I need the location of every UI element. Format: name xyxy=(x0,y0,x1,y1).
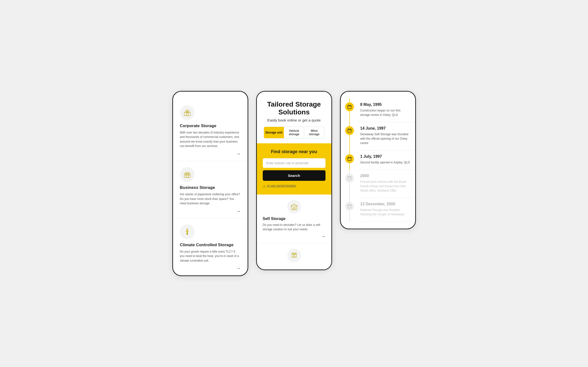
self-storage-card: Self Storage Do you need to declutter? L… xyxy=(257,195,331,243)
svg-rect-2 xyxy=(186,110,188,111)
timeline-dot-4 xyxy=(345,202,354,211)
timeline-left-4 xyxy=(341,198,358,222)
svg-rect-10 xyxy=(188,174,189,175)
timeline-dot-2 xyxy=(345,154,354,163)
svg-rect-6 xyxy=(185,172,189,174)
svg-rect-4 xyxy=(186,113,188,116)
phone-timeline: 8 May, 1995 Construction began on our fi… xyxy=(340,91,416,229)
timeline-right-3: 2000 Formed joint venture with the Bryan… xyxy=(358,170,415,198)
timeline-right-1: 14 June, 1997 Stowaway Self-Storage was … xyxy=(358,122,415,150)
timeline-item-3: 2000 Formed joint venture with the Bryan… xyxy=(341,170,415,198)
phone-storage-types: Corporate Storage With over two decades … xyxy=(172,91,248,276)
wine-storage-card xyxy=(257,243,331,269)
calendar-icon-0 xyxy=(347,105,352,109)
timeline-date-4: 13 December, 2000 xyxy=(360,202,410,206)
timeline-left-3 xyxy=(341,170,358,198)
timeline-right-0: 8 May, 1995 Construction began on our fi… xyxy=(358,98,415,122)
svg-rect-44 xyxy=(348,205,351,208)
location-icon: ✦ xyxy=(263,184,266,188)
storage-tabs: Storage unit Vehicle storage Wine storag… xyxy=(264,127,325,138)
svg-rect-9 xyxy=(185,174,186,175)
corporate-storage-icon xyxy=(183,109,191,117)
timeline-date-0: 8 May, 1995 xyxy=(360,102,410,107)
scene: Corporate Storage With over two decades … xyxy=(163,76,426,291)
calendar-icon-2 xyxy=(347,157,352,161)
p2-header: Tailored Storage Solutions Easily book o… xyxy=(257,92,331,143)
calendar-icon-3 xyxy=(347,176,352,180)
corporate-icon-wrap xyxy=(180,105,195,120)
svg-rect-1 xyxy=(185,111,189,112)
business-storage-icon xyxy=(183,171,191,178)
use-location-link[interactable]: ✦ or use current location xyxy=(263,184,325,188)
self-storage-icon-wrap xyxy=(287,200,301,214)
self-storage-desc: Do you need to declutter? Let us tailor … xyxy=(263,223,325,232)
timeline-dot-0 xyxy=(345,102,354,111)
svg-rect-25 xyxy=(292,253,294,254)
timeline-item-4: 13 December, 2000 National Storage was f… xyxy=(341,198,415,222)
timeline-item-1: 14 June, 1997 Stowaway Self-Storage was … xyxy=(341,122,415,150)
location-label: or use current location xyxy=(267,184,296,187)
timeline-dot-3 xyxy=(345,174,354,183)
search-button[interactable]: Search xyxy=(263,170,325,181)
business-icon-wrap xyxy=(180,167,195,182)
wine-storage-icon xyxy=(290,252,298,259)
self-storage-icon xyxy=(290,203,298,211)
tab-wine-storage[interactable]: Wine storage xyxy=(304,127,324,138)
p2-subtitle: Easily book online or get a quote xyxy=(264,118,325,122)
timeline-right-2: 1 July, 1997 Second facility opened in A… xyxy=(358,150,415,170)
climate-storage-icon xyxy=(183,228,191,236)
corporate-desc: With over two decades of industry experi… xyxy=(180,130,241,148)
yellow-search-section: Find storage near you Enter suburb, city… xyxy=(257,143,331,195)
svg-rect-26 xyxy=(294,253,296,254)
corporate-title: Corporate Storage xyxy=(180,123,241,128)
timeline-desc-2: Second facility opened in Aspley, QLD xyxy=(360,160,410,165)
svg-rect-36 xyxy=(348,157,351,160)
suburb-input[interactable]: Enter suburb, city or postcode xyxy=(263,158,325,168)
timeline-desc-4: National Storage was founded following t… xyxy=(360,208,410,217)
self-storage-title: Self Storage xyxy=(263,217,325,221)
timeline-dot-1 xyxy=(345,126,354,135)
climate-desc: Do your goods require a little extra TLC… xyxy=(180,249,241,263)
timeline-desc-0: Construction began on our first storage … xyxy=(360,108,410,117)
svg-line-15 xyxy=(187,231,189,232)
business-arrow[interactable]: → xyxy=(180,209,241,214)
timeline-left-2 xyxy=(341,150,358,170)
business-title: Business Storage xyxy=(180,185,241,190)
svg-rect-32 xyxy=(348,129,351,132)
p2-main-title: Tailored Storage Solutions xyxy=(264,100,325,116)
timeline-item-0: 8 May, 1995 Construction began on our fi… xyxy=(341,98,415,122)
wine-storage-icon-wrap xyxy=(287,249,301,262)
timeline-desc-3: Formed joint venture with the Bryan Fami… xyxy=(360,180,410,193)
svg-rect-8 xyxy=(186,175,188,178)
corporate-storage-item: Corporate Storage With over two decades … xyxy=(173,99,248,161)
timeline-date-3: 2000 xyxy=(360,174,410,178)
timeline-item-2: 1 July, 1997 Second facility opened in A… xyxy=(341,150,415,170)
corporate-arrow[interactable]: → xyxy=(180,151,241,157)
calendar-icon-1 xyxy=(347,128,352,133)
find-storage-title: Find storage near you xyxy=(263,149,325,154)
climate-title: Climate Controlled Storage xyxy=(180,243,241,247)
timeline-date-2: 1 July, 1997 xyxy=(360,154,410,159)
timeline: 8 May, 1995 Construction began on our fi… xyxy=(341,92,415,229)
svg-rect-28 xyxy=(348,105,351,109)
business-desc: Are stacks of paperwork cluttering your … xyxy=(180,192,241,206)
timeline-left-1 xyxy=(341,122,358,150)
phone-search: Tailored Storage Solutions Easily book o… xyxy=(256,91,332,270)
business-storage-item: Business Storage Are stacks of paperwork… xyxy=(173,161,248,219)
self-storage-arrow[interactable]: → xyxy=(263,234,325,239)
climate-storage-item: Climate Controlled Storage Do your goods… xyxy=(173,219,248,276)
suburb-placeholder: Enter suburb, city or postcode xyxy=(266,161,309,165)
timeline-date-1: 14 June, 1997 xyxy=(360,126,410,131)
tab-vehicle-storage[interactable]: Vehicle storage xyxy=(284,127,304,138)
svg-rect-18 xyxy=(187,230,188,233)
tab-storage-unit[interactable]: Storage unit xyxy=(264,127,284,138)
calendar-icon-4 xyxy=(347,204,352,208)
svg-point-22 xyxy=(295,207,296,207)
climate-arrow[interactable]: → xyxy=(180,266,241,271)
svg-rect-40 xyxy=(348,176,351,180)
climate-icon-wrap xyxy=(180,224,195,239)
timeline-right-4: 13 December, 2000 National Storage was f… xyxy=(358,198,415,222)
timeline-desc-1: Stowaway Self-Storage was founded with t… xyxy=(360,132,410,145)
svg-line-14 xyxy=(185,231,187,232)
timeline-left-0 xyxy=(341,98,358,122)
